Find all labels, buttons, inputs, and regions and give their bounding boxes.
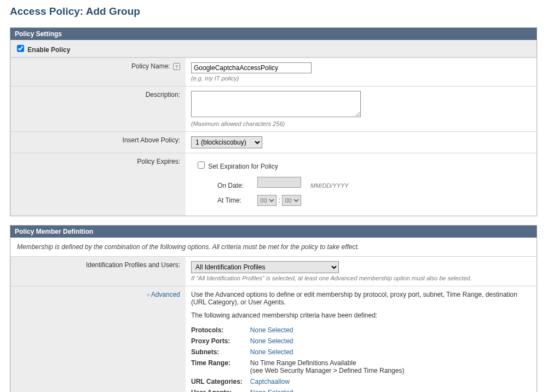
at-time-label: At Time: [217, 197, 256, 204]
policy-name-hint: (e.g. my IT policy) [191, 75, 531, 82]
set-expiration-checkbox[interactable] [198, 162, 205, 169]
time-colon: : [279, 197, 280, 204]
policy-settings-panel: Policy Settings Enable Policy Policy Nam… [10, 27, 537, 216]
on-date-input[interactable] [257, 177, 301, 188]
page-title: Access Policy: Add Group [10, 5, 537, 18]
member-note: Membership is defined by the combination… [10, 238, 537, 256]
time-range-label: Time Range: [191, 358, 250, 376]
time-range-value-2: (see Web Security Manager > Defined Time… [250, 367, 405, 374]
advanced-body: Use the Advanced options to define or ed… [191, 291, 531, 392]
advanced-description: Use the Advanced options to define or ed… [191, 291, 531, 306]
enable-policy-checkbox[interactable] [17, 45, 24, 52]
id-profiles-select[interactable]: All Identification Profiles [191, 261, 339, 273]
on-date-hint: MM/DD/YYYY [310, 182, 349, 189]
protocols-value[interactable]: None Selected [250, 326, 293, 334]
policy-name-input[interactable] [191, 62, 312, 73]
criteria-row-subnets: Subnets: None Selected [191, 347, 412, 358]
criteria-row-protocols: Protocols: None Selected [191, 325, 412, 336]
advanced-toggle[interactable]: Advanced [147, 291, 180, 298]
at-time-minute-select[interactable]: 00 [282, 195, 301, 206]
at-time-hour-select[interactable]: 00 [257, 195, 277, 206]
description-hint: (Maximum allowed characters 256) [191, 120, 531, 127]
url-categories-value[interactable]: Captchaallow [250, 378, 290, 385]
advanced-defined-note: The following advanced membership criter… [191, 312, 531, 319]
proxy-ports-value[interactable]: None Selected [250, 337, 293, 345]
description-label: Description: [146, 91, 180, 99]
protocols-label: Protocols: [191, 325, 250, 336]
enable-policy-label: Enable Policy [27, 46, 70, 54]
subnets-label: Subnets: [191, 347, 250, 358]
on-date-label: On Date: [217, 182, 256, 189]
enable-policy-row: Enable Policy [10, 40, 537, 57]
criteria-row-url-categories: URL Categories: Captchaallow [191, 376, 412, 387]
policy-member-panel: Policy Member Definition Membership is d… [10, 225, 537, 392]
user-agents-label: User Agents: [191, 387, 250, 392]
help-icon[interactable]: ? [173, 63, 180, 70]
policy-member-header: Policy Member Definition [10, 226, 537, 238]
subnets-value[interactable]: None Selected [250, 348, 293, 356]
id-profiles-hint: If "All Identification Profiles" is sele… [191, 275, 531, 281]
id-profiles-label: Identification Profiles and Users: [86, 261, 180, 269]
policy-expires-label: Policy Expires: [137, 158, 180, 165]
time-range-value-1: No Time Range Definitions Available [250, 359, 356, 367]
criteria-row-user-agents: User Agents: None Selected [191, 387, 412, 392]
criteria-row-time-range: Time Range: No Time Range Definitions Av… [191, 358, 412, 376]
proxy-ports-label: Proxy Ports: [191, 336, 250, 347]
user-agents-value[interactable]: None Selected [250, 389, 293, 392]
url-categories-label: URL Categories: [191, 376, 250, 387]
criteria-row-proxy-ports: Proxy Ports: None Selected [191, 336, 412, 347]
policy-name-label: Policy Name: [131, 62, 170, 70]
description-textarea[interactable] [191, 91, 361, 117]
insert-above-label: Insert Above Policy: [123, 136, 180, 144]
set-expiration-label: Set Expiration for Policy [208, 163, 278, 170]
insert-above-select[interactable]: 1 (blockciscobuy) [191, 136, 262, 148]
policy-settings-header: Policy Settings [10, 28, 537, 40]
